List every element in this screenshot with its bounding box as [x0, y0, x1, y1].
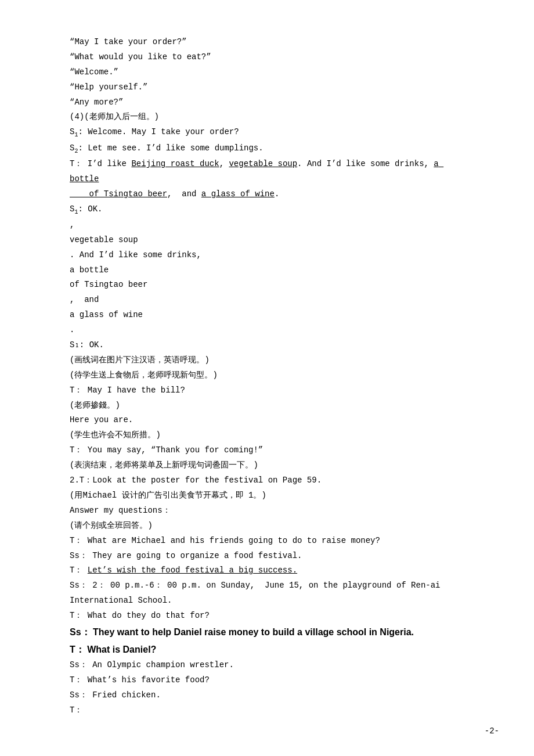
- line-25: (学生也许会不知所措。): [70, 428, 464, 443]
- line-42: Ss： Fried chicken.: [70, 688, 464, 703]
- line-35: Ss： 2： 00 p.m.-6： 00 p.m. on Sunday, Jun…: [70, 578, 464, 593]
- line-10: S1: OK.: [70, 202, 464, 218]
- line-31: (请个别或全班回答。): [70, 519, 464, 534]
- line-40: Ss： An Olympic champion wrestler.: [70, 658, 464, 673]
- line-34: T： Let’s wish the food festival a big su…: [70, 563, 464, 578]
- underline-beijing-duck: Beijing roast duck: [131, 159, 219, 168]
- line-27: (表演结束，老师将菜单及上新呼现句词巹固一下。): [70, 458, 464, 473]
- line-22: T： May I have the bill?: [70, 383, 464, 398]
- line-7: S1: Welcome. May I take your order?: [70, 125, 464, 141]
- line-29: (用Michael 设计的广告引出美食节开幕式，即 1。): [70, 488, 464, 503]
- line-38: Ss： They want to help Daniel raise money…: [70, 624, 464, 641]
- line-8: S2: Let me see. I’d like some dumplings.: [70, 141, 464, 157]
- page-content: “May I take your order?” “What would you…: [70, 35, 464, 718]
- line-37: T： What do they do that for?: [70, 609, 464, 624]
- line-20: (画线词在图片下注汉语，英语呼现。): [70, 353, 464, 368]
- line-33: Ss： They are going to organize a food fe…: [70, 549, 464, 564]
- line-2: “What would you like to eat?”: [70, 50, 464, 65]
- line-14: a bottle: [70, 263, 464, 278]
- line-24: Here you are.: [70, 413, 464, 428]
- line-43: T：: [70, 703, 464, 718]
- line-23: (老师掺錢。): [70, 398, 464, 413]
- underline-wish-success: Let’s wish the food festival a big succe…: [88, 566, 297, 575]
- line-21: (待学生送上食物后，老师呼现新句型。): [70, 368, 464, 383]
- line-16: , and: [70, 293, 464, 308]
- underline-veg-soup: vegetable soup: [229, 159, 297, 168]
- line-19: S₁: OK.: [70, 338, 464, 353]
- page-number: -2-: [485, 724, 499, 739]
- line-32: T： What are Michael and his friends goin…: [70, 534, 464, 549]
- line-5: “Any more?”: [70, 95, 464, 110]
- line-12: vegetable soup: [70, 233, 464, 248]
- underline-wine: a glass of wine: [201, 189, 275, 199]
- line-30: Answer my questions：: [70, 503, 464, 519]
- line-41: T： What’s his favorite food?: [70, 673, 464, 688]
- line-4: “Help yourself.”: [70, 80, 464, 95]
- line-18: .: [70, 323, 464, 338]
- line-15: of Tsingtao beer: [70, 278, 464, 293]
- line-26: T： You may say, “Thank you for coming!”: [70, 443, 464, 458]
- line-11: ,: [70, 218, 464, 233]
- line-36: International School.: [70, 593, 464, 609]
- line-9: T： I’d like Beijing roast duck, vegetabl…: [70, 157, 464, 202]
- line-3: “Welcome.”: [70, 65, 464, 80]
- line-6: (4)(老师加入后一组。): [70, 110, 464, 125]
- line-1: “May I take your order?”: [70, 35, 464, 50]
- line-17: a glass of wine: [70, 308, 464, 323]
- line-13: . And I’d like some drinks,: [70, 248, 464, 263]
- line-39: T： What is Daniel?: [70, 641, 464, 658]
- line-28: 2.T：Look at the poster for the festival …: [70, 473, 464, 488]
